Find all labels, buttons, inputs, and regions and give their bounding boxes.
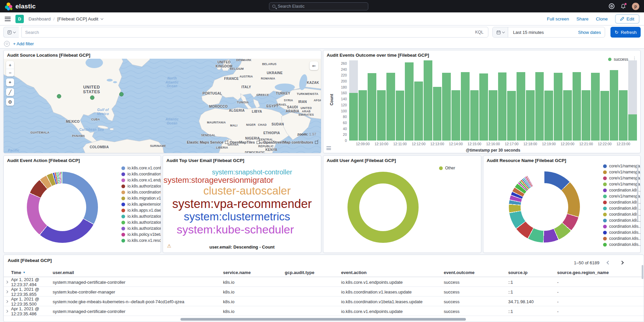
page-scrollbar[interactable] [642,265,643,279]
breadcrumb-dashboard[interactable]: Dashboard [29,16,51,21]
legend-options-icon[interactable]: ⋮ [632,57,635,59]
table-row[interactable]: Apr 1, 2021 @ 12:23:35.500system:node:gk… [4,297,644,306]
legend-item[interactable]: coordination.k8s.... [603,235,641,241]
column-header-gcp-audit-type[interactable]: gcp.audit.type [285,270,314,275]
legend-toggle-icon[interactable] [326,146,331,150]
legend-item[interactable]: coordination.k8s.... [603,223,641,229]
dashboard-badge[interactable]: D [15,15,24,23]
event-action-donut-chart[interactable] [27,172,98,243]
bar[interactable] [628,60,637,141]
legend-item[interactable]: core/v1/namespa... [603,169,641,175]
panel-title[interactable]: Audit Event Action [Filebeat GCP] [4,156,161,164]
bar[interactable] [377,60,386,141]
legend-label[interactable]: success [614,57,628,62]
bar[interactable] [573,60,581,141]
legend-item[interactable]: coordination.k8s.... [603,241,641,248]
map-point-marker[interactable] [119,92,124,97]
bar[interactable] [396,60,405,141]
zoom-in-button[interactable]: + [6,61,14,69]
attribution-link[interactable]: OpenMapTiles [230,140,255,144]
legend-item[interactable]: coordination.k8s.... [603,211,641,217]
legend-item[interactable]: core/v1/namespa... [603,175,641,181]
table-row[interactable]: Apr 1, 2021 @ 12:23:37.494system:managed… [4,277,644,287]
legend-item[interactable]: io.k8s.authorization.... [121,225,161,231]
bar[interactable] [563,60,572,141]
column-header-event-action[interactable]: event.action [341,270,367,275]
tag-cloud-word[interactable]: system:storageversionmigrator [163,176,273,185]
tag-cloud-word[interactable]: system:clustermetrics [184,211,290,223]
bar[interactable] [442,60,451,141]
sort-desc-icon[interactable]: ▼ [23,271,25,274]
tools-button[interactable]: ⚙ [6,98,14,106]
legend-item[interactable]: io.k8s.authorization.... [121,183,161,189]
legend-item[interactable]: io.k8s.apiextensions... [121,201,161,207]
full-screen-button[interactable]: Full screen [547,16,569,21]
map-point-marker[interactable] [90,96,95,100]
tag-cloud-word[interactable]: system:kube-scheduler [177,223,294,236]
filter-icon[interactable] [4,41,10,47]
bar[interactable] [368,60,376,141]
legend-item[interactable]: io.k8s.coordination.... [121,189,161,195]
bar[interactable] [507,60,516,141]
column-header-source-ip[interactable]: source.ip [508,270,528,275]
legend-item[interactable]: io.k8s.authorization.... [121,213,161,219]
bar[interactable] [619,60,628,141]
bar[interactable] [582,60,590,141]
time-range-value[interactable]: Last 15 minutes [508,30,574,35]
saved-query-menu-button[interactable] [3,27,19,38]
attribution-link[interactable]: , OpenStreetMap contributors [261,140,313,144]
legend-item[interactable]: io.k8s.authorization.... [121,219,161,225]
map-point-marker[interactable] [57,94,61,99]
bar[interactable] [554,60,562,141]
user-agent-donut-chart[interactable] [347,172,419,243]
bar[interactable] [600,60,609,141]
bar[interactable] [359,60,367,141]
attribution-link[interactable]: Elastic Maps Service [187,140,223,144]
legend-item[interactable]: coordination.k8s.... [603,187,641,193]
legend-item[interactable]: core/v1/namespa... [603,181,641,187]
date-quick-menu-button[interactable] [493,27,508,37]
bar-chart[interactable] [349,60,637,141]
panel-title[interactable]: Audit [Filebeat GCP] [4,256,55,264]
world-map[interactable]: UNITED STATESMEXICOCUBAGUATEMALAPANAMACO… [4,59,321,153]
panel-title[interactable]: Audit Top User Email [Filebeat GCP] [163,156,321,164]
resource-name-donut-chart[interactable] [509,171,580,243]
tag-cloud-word[interactable]: system:snapshot-controller [212,168,292,176]
column-header-time[interactable]: Time [11,270,21,275]
expand-row-icon[interactable] [5,281,8,283]
horizontal-scrollbar[interactable] [180,318,466,321]
column-header-user-email[interactable]: user.email [53,270,74,275]
notifications-icon[interactable] [621,4,626,9]
bar[interactable] [610,60,619,141]
previous-page-button[interactable] [604,258,613,267]
panel-title[interactable]: Audit Source Locations [Filebeat GCP] [4,50,321,59]
legend-item[interactable]: io.k8s.core.v1.resou... [121,237,161,244]
map-attribution[interactable]: Elastic Maps ServiceOpenMapTiles, OpenSt… [187,140,318,144]
bar[interactable] [526,60,535,141]
legend-scrollbar[interactable] [637,164,638,221]
bar[interactable] [544,60,553,141]
global-search-input[interactable]: Search Elastic [269,2,368,10]
help-icon[interactable] [609,3,614,9]
legend-item[interactable]: io.k8s.apps.v1.daem... [121,207,161,213]
menu-icon[interactable] [5,17,11,21]
bar[interactable] [591,60,600,141]
bar[interactable] [535,60,544,141]
legend-item[interactable]: coordination.k8s.... [603,205,641,211]
bar[interactable] [424,60,432,141]
bar[interactable] [470,60,479,141]
clone-button[interactable]: Clone [596,16,607,21]
expand-row-icon[interactable] [5,310,8,313]
bar[interactable] [489,60,497,141]
tag-cloud-word[interactable]: cluster-autoscaler [203,185,290,197]
legend-item[interactable]: core/v1/namespa... [603,163,641,169]
chart-legend[interactable]: success [608,57,628,62]
bar[interactable] [517,60,525,141]
expand-row-icon[interactable] [5,300,8,303]
map-legend-collapse-button[interactable]: ⇐ [310,61,318,70]
legend-item[interactable]: coordination.k8s.... [603,199,641,205]
kql-label[interactable]: KQL [474,30,485,35]
add-filter-button[interactable]: + Add filter [13,41,34,46]
bar[interactable] [451,60,460,141]
bar[interactable] [414,60,423,141]
